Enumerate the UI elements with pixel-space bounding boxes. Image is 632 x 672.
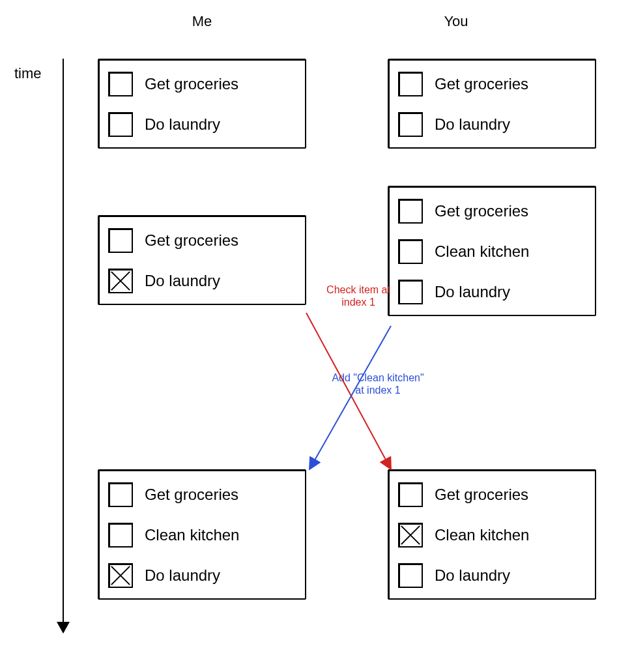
list-item: Do laundry: [108, 563, 296, 588]
checkbox-icon: [398, 239, 423, 264]
you-state-0: Get groceries Do laundry: [388, 59, 596, 149]
list-item: Do laundry: [108, 269, 296, 293]
list-item: Get groceries: [108, 72, 296, 96]
time-axis-arrow: [63, 59, 64, 632]
list-item-label: Get groceries: [435, 75, 528, 93]
list-item: Clean kitchen: [398, 523, 586, 548]
annotation-add: Add "Clean kitchen" at index 1: [319, 372, 437, 396]
list-item: Get groceries: [108, 228, 296, 253]
list-item: Get groceries: [398, 199, 586, 224]
column-header-me: Me: [163, 13, 241, 30]
checkbox-icon: [108, 482, 133, 507]
checkbox-icon: [108, 112, 133, 137]
list-item-label: Clean kitchen: [435, 242, 529, 261]
checkbox-icon: [108, 523, 133, 548]
checkbox-icon: [398, 112, 423, 137]
checkbox-icon: [108, 228, 133, 253]
checkbox-icon: [108, 269, 133, 293]
you-state-1: Get groceries Clean kitchen Do laundry: [388, 186, 596, 316]
list-item: Get groceries: [108, 482, 296, 507]
list-item-label: Do laundry: [145, 272, 220, 290]
list-item: Get groceries: [398, 482, 586, 507]
checkbox-icon: [398, 523, 423, 548]
list-item: Do laundry: [398, 280, 586, 304]
list-item-label: Do laundry: [435, 283, 510, 301]
list-item: Clean kitchen: [398, 239, 586, 264]
list-item-label: Get groceries: [435, 202, 528, 220]
checkbox-icon: [398, 199, 423, 224]
list-item-label: Clean kitchen: [145, 526, 239, 544]
list-item-label: Get groceries: [145, 231, 238, 250]
list-item: Clean kitchen: [108, 523, 296, 548]
list-item-label: Get groceries: [145, 75, 238, 93]
checkbox-icon: [108, 563, 133, 588]
list-item-label: Clean kitchen: [435, 526, 529, 544]
list-item-label: Do laundry: [435, 115, 510, 134]
me-state-2: Get groceries Clean kitchen Do laundry: [98, 469, 306, 600]
list-item: Do laundry: [108, 112, 296, 137]
list-item: Get groceries: [398, 72, 586, 96]
list-item-label: Do laundry: [435, 566, 510, 585]
me-state-0: Get groceries Do laundry: [98, 59, 306, 149]
me-state-1: Get groceries Do laundry: [98, 215, 306, 305]
checkbox-icon: [108, 72, 133, 96]
checkbox-icon: [398, 482, 423, 507]
list-item: Do laundry: [398, 112, 586, 137]
annotation-check: Check item at index 1: [313, 284, 404, 308]
list-item: Do laundry: [398, 563, 586, 588]
list-item-label: Do laundry: [145, 566, 220, 585]
time-axis-label: time: [14, 65, 42, 82]
list-item-label: Get groceries: [435, 486, 528, 504]
checkbox-icon: [398, 72, 423, 96]
checkbox-icon: [398, 563, 423, 588]
arrow-add-item: [309, 326, 391, 469]
you-state-2: Get groceries Clean kitchen Do laundry: [388, 469, 596, 600]
list-item-label: Do laundry: [145, 115, 220, 134]
list-item-label: Get groceries: [145, 486, 238, 504]
column-header-you: You: [417, 13, 495, 30]
diagram-stage: Me You time Get groceries Do laundry Get…: [0, 0, 632, 672]
